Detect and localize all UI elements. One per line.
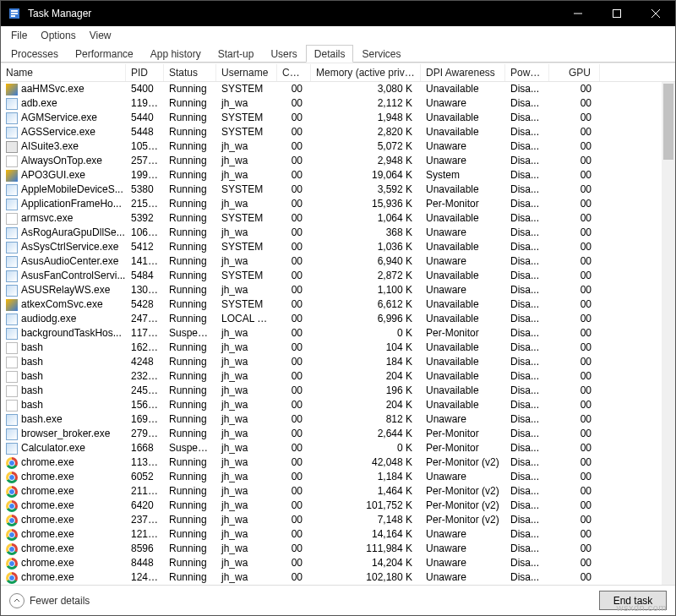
- vertical-scrollbar[interactable]: [662, 82, 675, 585]
- fewer-details-toggle[interactable]: Fewer details: [9, 593, 90, 608]
- cell-status: Running: [164, 211, 216, 226]
- cell-power: Disa...: [505, 96, 549, 111]
- cell-dpi: Unaware: [421, 226, 505, 240]
- cell-dpi: Unavailable: [421, 341, 505, 355]
- table-row[interactable]: bash.exe16980Runningjh_wa00812 KUnawareD…: [1, 412, 662, 427]
- table-row[interactable]: chrome.exe12468Runningjh_wa00102,180 KUn…: [1, 570, 662, 585]
- table-row[interactable]: Calculator.exe1668Suspendedjh_wa000 KPer…: [1, 441, 662, 455]
- table-row[interactable]: AISuite3.exe10516Runningjh_wa005,072 KUn…: [1, 139, 662, 154]
- process-icon: [6, 558, 18, 570]
- cell-gpu: 00: [549, 154, 600, 168]
- menu-file[interactable]: File: [4, 28, 34, 43]
- tab-app-history[interactable]: App history: [142, 45, 210, 63]
- cell-power: Disa...: [505, 542, 549, 556]
- cell-power: Disa...: [505, 254, 549, 269]
- col-memory[interactable]: Memory (active private ...: [311, 64, 421, 81]
- cell-cpu: 00: [277, 283, 311, 297]
- table-row[interactable]: AsusAudioCenter.exe14120Runningjh_wa006,…: [1, 254, 662, 269]
- tab-processes[interactable]: Processes: [3, 45, 67, 63]
- table-row[interactable]: chrome.exe11332Runningjh_wa0042,048 KPer…: [1, 455, 662, 470]
- cell-status: Running: [164, 139, 216, 154]
- table-row[interactable]: browser_broker.exe27908Runningjh_wa002,6…: [1, 427, 662, 441]
- cell-memory: 196 K: [311, 384, 421, 398]
- table-row[interactable]: bash23212Runningjh_wa00204 KUnavailableD…: [1, 369, 662, 384]
- process-name: chrome.exe: [21, 556, 74, 570]
- cell-dpi: Per-Monitor (v2): [421, 455, 505, 470]
- table-row[interactable]: audiodg.exe24760RunningLOCAL SE...006,99…: [1, 312, 662, 326]
- cell-user: jh_wa: [216, 384, 277, 398]
- cell-power: Disa...: [505, 168, 549, 183]
- end-task-button[interactable]: End task: [599, 591, 667, 610]
- table-row[interactable]: chrome.exe12128Runningjh_wa0014,164 KUna…: [1, 527, 662, 542]
- table-row[interactable]: aaHMSvc.exe5400RunningSYSTEM003,080 KUna…: [1, 82, 662, 96]
- table-header[interactable]: Name PID Status Username CPU Memory (act…: [1, 63, 675, 82]
- cell-gpu: 00: [549, 412, 600, 427]
- tab-start-up[interactable]: Start-up: [210, 45, 263, 63]
- table-row[interactable]: bash24580Runningjh_wa00196 KUnavailableD…: [1, 384, 662, 398]
- table-row[interactable]: AsRogAuraGpuDllSe...10696Runningjh_wa003…: [1, 226, 662, 240]
- col-username[interactable]: Username: [216, 64, 277, 81]
- table-row[interactable]: chrome.exe6420Runningjh_wa00101,752 KPer…: [1, 499, 662, 513]
- col-power[interactable]: Powe...: [505, 64, 549, 81]
- table-row[interactable]: chrome.exe8448Runningjh_wa0014,204 KUnaw…: [1, 556, 662, 570]
- scrollbar-thumb[interactable]: [663, 84, 673, 160]
- col-name[interactable]: Name: [1, 64, 126, 81]
- cell-memory: 2,820 K: [311, 125, 421, 139]
- col-gpu[interactable]: GPU: [549, 64, 600, 81]
- table-row[interactable]: bash16216Runningjh_wa00104 KUnavailableD…: [1, 341, 662, 355]
- col-dpi[interactable]: DPI Awareness: [421, 64, 505, 81]
- col-pid[interactable]: PID: [126, 64, 164, 81]
- cell-dpi: Unavailable: [421, 369, 505, 384]
- process-icon: [6, 443, 18, 455]
- table-row[interactable]: bash4248Runningjh_wa00184 KUnavailableDi…: [1, 355, 662, 369]
- cell-cpu: 00: [277, 470, 311, 484]
- process-icon: [6, 328, 18, 340]
- tab-details[interactable]: Details: [306, 45, 354, 63]
- table-row[interactable]: chrome.exe21172Runningjh_wa001,464 KPer-…: [1, 484, 662, 499]
- tab-performance[interactable]: Performance: [67, 45, 142, 63]
- cell-power: Disa...: [505, 211, 549, 226]
- tab-users[interactable]: Users: [262, 45, 305, 63]
- process-name: chrome.exe: [21, 527, 74, 542]
- cell-power: Disa...: [505, 527, 549, 542]
- maximize-button[interactable]: [597, 1, 636, 26]
- table-row[interactable]: chrome.exe8596Runningjh_wa00111,984 KUna…: [1, 542, 662, 556]
- table-row[interactable]: AlwaysOnTop.exe25780Runningjh_wa002,948 …: [1, 154, 662, 168]
- table-row[interactable]: AGSService.exe5448RunningSYSTEM002,820 K…: [1, 125, 662, 139]
- table-row[interactable]: backgroundTaskHos...11768Suspendedjh_wa0…: [1, 326, 662, 341]
- table-row[interactable]: AsusFanControlServi...5484RunningSYSTEM0…: [1, 269, 662, 283]
- tab-services[interactable]: Services: [353, 45, 409, 63]
- cell-cpu: 00: [277, 226, 311, 240]
- cell-status: Running: [164, 125, 216, 139]
- cell-pid: 10516: [126, 139, 164, 154]
- close-button[interactable]: [636, 1, 675, 26]
- cell-power: Disa...: [505, 384, 549, 398]
- process-name: audiodg.exe: [21, 312, 76, 326]
- table-row[interactable]: AppleMobileDeviceS...5380RunningSYSTEM00…: [1, 183, 662, 197]
- table-row[interactable]: bash15672Runningjh_wa00204 KUnavailableD…: [1, 398, 662, 412]
- menu-options[interactable]: Options: [34, 28, 82, 43]
- minimize-button[interactable]: [559, 1, 597, 26]
- table-row[interactable]: armsvc.exe5392RunningSYSTEM001,064 KUnav…: [1, 211, 662, 226]
- table-row[interactable]: ApplicationFrameHo...21592Runningjh_wa00…: [1, 197, 662, 211]
- table-row[interactable]: AGMService.exe5440RunningSYSTEM001,948 K…: [1, 111, 662, 125]
- col-cpu[interactable]: CPU: [277, 64, 311, 81]
- table-row[interactable]: adb.exe11904Runningjh_wa002,112 KUnaware…: [1, 96, 662, 111]
- table-row[interactable]: ASUSRelayWS.exe13088Runningjh_wa001,100 …: [1, 283, 662, 297]
- table-row[interactable]: chrome.exe23748Runningjh_wa007,148 KPer-…: [1, 513, 662, 527]
- table-row[interactable]: chrome.exe6052Runningjh_wa001,184 KUnawa…: [1, 470, 662, 484]
- cell-gpu: 00: [549, 355, 600, 369]
- menu-view[interactable]: View: [83, 28, 118, 43]
- cell-gpu: 00: [549, 341, 600, 355]
- cell-dpi: Unaware: [421, 412, 505, 427]
- process-icon: [6, 98, 18, 110]
- table-row[interactable]: atkexComSvc.exe5428RunningSYSTEM006,612 …: [1, 297, 662, 312]
- process-name: APO3GUI.exe: [21, 168, 85, 183]
- table-row[interactable]: AsSysCtrlService.exe5412RunningSYSTEM001…: [1, 240, 662, 254]
- cell-status: Running: [164, 341, 216, 355]
- cell-user: SYSTEM: [216, 183, 277, 197]
- table-row[interactable]: APO3GUI.exe19960Runningjh_wa0019,064 KSy…: [1, 168, 662, 183]
- process-icon: [6, 227, 18, 239]
- cell-pid: 21592: [126, 197, 164, 211]
- col-status[interactable]: Status: [164, 64, 216, 81]
